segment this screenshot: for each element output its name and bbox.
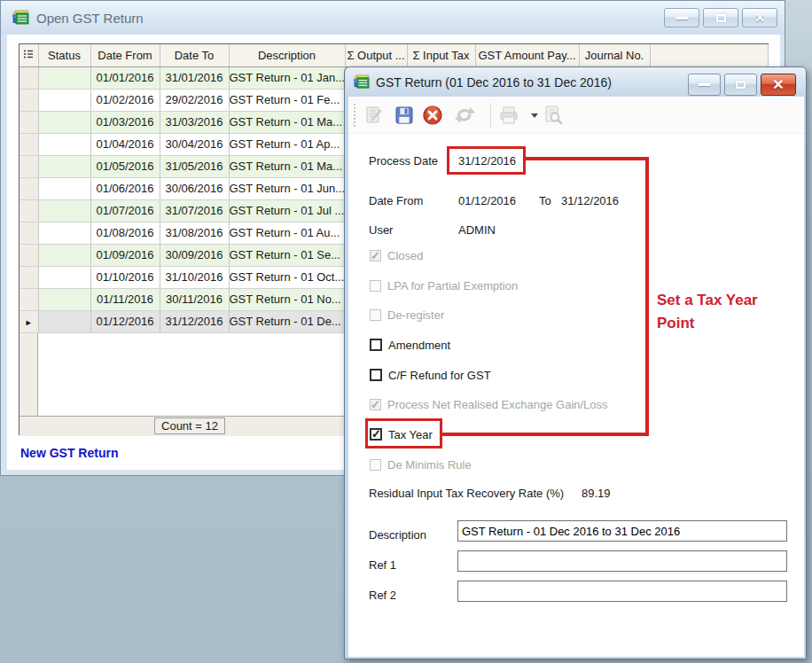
col-header-sum-output[interactable]: Σ Output ... bbox=[345, 44, 407, 66]
date-from-label: Date From bbox=[369, 194, 423, 207]
checkbox-amendment[interactable]: Amendment bbox=[370, 338, 450, 352]
annotation-text: Set a Tax Year Point bbox=[657, 289, 794, 335]
checkbox-box[interactable] bbox=[370, 339, 382, 351]
minimize-button[interactable] bbox=[664, 8, 699, 27]
checkbox-box bbox=[370, 250, 381, 261]
row-marker-icon bbox=[20, 310, 38, 332]
ref2-label: Ref 2 bbox=[369, 589, 396, 602]
dialog-toolbar bbox=[348, 97, 804, 134]
annotation-line-vertical bbox=[645, 157, 649, 436]
save-icon[interactable] bbox=[393, 104, 416, 127]
header-row: Status Date From Date To Description Σ O… bbox=[20, 44, 768, 66]
maximize-icon bbox=[716, 14, 726, 22]
ref1-label: Ref 1 bbox=[369, 558, 396, 572]
col-header-journal-no[interactable]: Journal No. bbox=[579, 44, 650, 66]
annotation-line-bottom bbox=[441, 433, 649, 436]
checkbox-de-minimis-rule: De Minimis Rule bbox=[370, 457, 472, 472]
annotation-box-process-date bbox=[447, 146, 526, 175]
list-icon bbox=[23, 49, 34, 59]
gst-return-dialog: GST Return (01 Dec 2016 to 31 Dec 2016) … bbox=[344, 66, 807, 659]
preview-icon bbox=[542, 104, 565, 127]
row-selector-header bbox=[20, 44, 38, 66]
ref1-input[interactable] bbox=[457, 550, 787, 572]
checkbox-cf-refund-gst[interactable]: C/F Refund for GST bbox=[370, 368, 491, 382]
gst-app-icon bbox=[353, 74, 371, 90]
maximize-icon bbox=[736, 81, 746, 89]
dialog-close-button[interactable]: ✕ bbox=[761, 74, 796, 96]
annotation-line-top bbox=[524, 157, 649, 160]
col-header-filler bbox=[650, 44, 768, 66]
checkbox-de-register: De-register bbox=[370, 308, 444, 322]
print-icon bbox=[497, 104, 520, 127]
annotation-box-tax-year bbox=[365, 418, 442, 448]
refresh-icon bbox=[453, 104, 476, 127]
checkbox-lpa-partial-exemption: LPA for Partial Exemption bbox=[370, 278, 518, 292]
checkbox-box[interactable] bbox=[370, 369, 382, 381]
description-label: Description bbox=[369, 528, 426, 542]
col-header-status[interactable]: Status bbox=[38, 44, 90, 66]
cancel-icon[interactable] bbox=[421, 104, 444, 127]
user-value: ADMIN bbox=[458, 223, 496, 237]
maximize-button[interactable] bbox=[703, 8, 738, 27]
ref2-input[interactable] bbox=[457, 581, 787, 602]
toolbar-separator bbox=[490, 103, 491, 128]
checkbox-closed: Closed bbox=[370, 248, 423, 262]
to-label: To bbox=[539, 194, 551, 207]
edit-icon bbox=[363, 104, 386, 127]
date-to-value[interactable]: 31/12/2016 bbox=[561, 194, 619, 207]
dialog-maximize-button[interactable] bbox=[724, 74, 757, 96]
residual-rate-label: Residual Input Tax Recovery Rate (%) bbox=[369, 487, 564, 500]
minimize-icon bbox=[676, 17, 688, 20]
gst-app-icon bbox=[12, 10, 30, 27]
minimize-icon bbox=[699, 83, 710, 86]
window-title: Open GST Return bbox=[36, 11, 144, 26]
user-label: User bbox=[369, 223, 393, 237]
checkbox-process-net-realised: Process Net Realised Exchange Gain/Loss bbox=[370, 397, 608, 411]
close-icon: ✕ bbox=[772, 78, 784, 92]
dialog-minimize-button[interactable] bbox=[688, 74, 721, 96]
checkbox-box bbox=[370, 399, 381, 410]
col-header-description[interactable]: Description bbox=[229, 44, 345, 66]
col-header-date-to[interactable]: Date To bbox=[160, 44, 229, 66]
dialog-title: GST Return (01 Dec 2016 to 31 Dec 2016) bbox=[376, 75, 612, 90]
col-header-sum-input-tax[interactable]: Σ Input Tax bbox=[407, 44, 475, 66]
process-date-label: Process Date bbox=[369, 154, 438, 168]
date-from-value[interactable]: 01/12/2016 bbox=[458, 194, 516, 207]
close-button[interactable]: ✕ bbox=[742, 8, 777, 27]
print-dropdown-icon[interactable] bbox=[531, 113, 538, 118]
toolbar-grip bbox=[354, 104, 355, 127]
row-count: Count = 12 bbox=[154, 417, 225, 434]
residual-rate-value: 89.19 bbox=[582, 487, 611, 500]
col-header-date-from[interactable]: Date From bbox=[90, 44, 160, 66]
description-input[interactable] bbox=[457, 520, 787, 542]
checkbox-box bbox=[370, 459, 381, 471]
checkbox-box bbox=[370, 280, 381, 292]
close-icon: ✕ bbox=[754, 12, 765, 24]
new-gst-return-link[interactable]: New GST Return bbox=[20, 446, 118, 460]
col-header-gst-amount[interactable]: GST Amount Pay... bbox=[475, 44, 579, 66]
checkbox-box bbox=[370, 309, 381, 321]
